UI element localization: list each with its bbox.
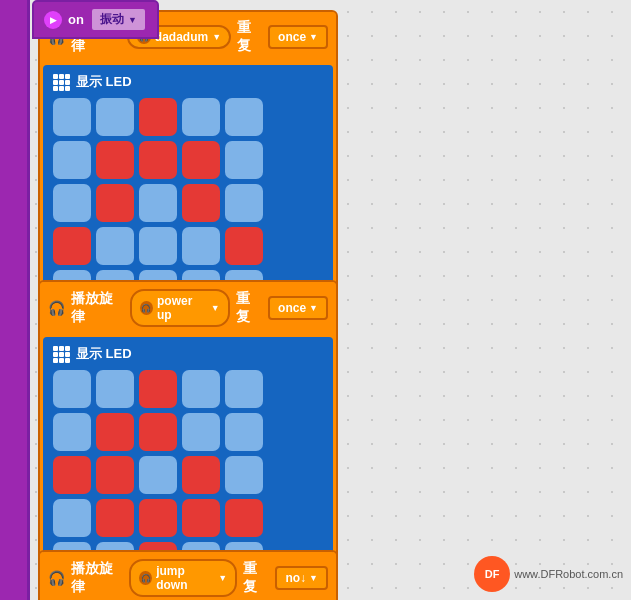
workspace: ▶ on 振动 ▼ 🎧 播放旋律 🎧 dadadum ▼ 重复 once: [0, 0, 631, 600]
led-cell[interactable]: [139, 456, 177, 494]
vibration-label: 振动: [100, 11, 124, 28]
play-row-3: 🎧 播放旋律 🎧 jump down ▼ 重复 no↓ ▼: [40, 552, 336, 600]
repeat-label-2: 重复: [236, 290, 262, 326]
melody-name-3: jump down: [156, 564, 214, 592]
melody-dropdown-2[interactable]: 🎧 power up ▼: [130, 289, 230, 327]
on-label: on: [68, 12, 84, 27]
led-cell[interactable]: [139, 184, 177, 222]
grid-icon-1: [53, 74, 70, 91]
led-cell[interactable]: [225, 456, 263, 494]
led-cell[interactable]: [96, 456, 134, 494]
block-group-2: 🎧 播放旋律 🎧 power up ▼ 重复 once ▼: [38, 280, 338, 593]
led-cell[interactable]: [53, 98, 91, 136]
led-cell[interactable]: [225, 370, 263, 408]
play-melody-block-3: 🎧 播放旋律 🎧 jump down ▼ 重复 no↓ ▼: [38, 550, 338, 600]
led-cell[interactable]: [139, 141, 177, 179]
play-melody-block-2: 🎧 播放旋律 🎧 power up ▼ 重复 once ▼: [38, 280, 338, 593]
melody-arrow-icon-1: ▼: [212, 32, 221, 42]
block-group-3: 🎧 播放旋律 🎧 jump down ▼ 重复 no↓ ▼: [38, 550, 338, 600]
led-cell[interactable]: [139, 227, 177, 265]
left-sidebar: [0, 0, 30, 600]
led-cell[interactable]: [96, 370, 134, 408]
once-text-3: no↓: [285, 571, 306, 585]
led-cell[interactable]: [182, 499, 220, 537]
play-label-2: 播放旋律: [71, 290, 124, 326]
headphone-icon-2: 🎧: [48, 300, 65, 316]
headphone-icon-3: 🎧: [48, 570, 65, 586]
led-cell[interactable]: [225, 141, 263, 179]
vibration-arrow-icon: ▼: [128, 15, 137, 25]
led-cell[interactable]: [139, 370, 177, 408]
led-header-2: 显示 LED: [53, 345, 323, 363]
melody-icon-2: 🎧: [140, 301, 153, 315]
led-section-1: 显示 LED: [43, 65, 333, 316]
play-label-3: 播放旋律: [71, 560, 123, 596]
led-cell[interactable]: [182, 227, 220, 265]
once-arrow-icon-1: ▼: [309, 32, 318, 42]
melody-arrow-icon-2: ▼: [211, 303, 220, 313]
repeat-label-3: 重复: [243, 560, 269, 596]
once-dropdown-3[interactable]: no↓ ▼: [275, 566, 328, 590]
melody-icon-3: 🎧: [139, 571, 152, 585]
grid-icon-2: [53, 346, 70, 363]
led-grid-1: [53, 98, 323, 308]
led-cell[interactable]: [182, 456, 220, 494]
led-cell[interactable]: [53, 184, 91, 222]
led-cell[interactable]: [225, 184, 263, 222]
led-cell[interactable]: [96, 184, 134, 222]
melody-dropdown-3[interactable]: 🎧 jump down ▼: [129, 559, 237, 597]
once-dropdown-1[interactable]: once ▼: [268, 25, 328, 49]
led-cell[interactable]: [53, 370, 91, 408]
led-cell[interactable]: [182, 184, 220, 222]
block-group-1: 🎧 播放旋律 🎧 dadadum ▼ 重复 once ▼: [38, 10, 338, 321]
melody-name-2: power up: [157, 294, 207, 322]
melody-arrow-icon-3: ▼: [218, 573, 227, 583]
watermark: DF www.DFRobot.com.cn: [474, 556, 623, 592]
play-row-2: 🎧 播放旋律 🎧 power up ▼ 重复 once ▼: [40, 282, 336, 334]
play-melody-block-1: 🎧 播放旋律 🎧 dadadum ▼ 重复 once ▼: [38, 10, 338, 321]
once-dropdown-2[interactable]: once ▼: [268, 296, 328, 320]
led-cell[interactable]: [139, 413, 177, 451]
led-label-1: 显示 LED: [76, 73, 132, 91]
led-grid-2: [53, 370, 323, 580]
watermark-logo: DF: [474, 556, 510, 592]
led-cell[interactable]: [182, 141, 220, 179]
led-cell[interactable]: [182, 98, 220, 136]
led-cell[interactable]: [96, 499, 134, 537]
once-arrow-icon-3: ▼: [309, 573, 318, 583]
repeat-label-1: 重复: [237, 19, 262, 55]
led-cell[interactable]: [225, 499, 263, 537]
watermark-url: www.DFRobot.com.cn: [514, 568, 623, 580]
led-cell[interactable]: [225, 98, 263, 136]
led-cell[interactable]: [225, 227, 263, 265]
led-cell[interactable]: [53, 141, 91, 179]
led-cell[interactable]: [182, 370, 220, 408]
led-label-2: 显示 LED: [76, 345, 132, 363]
once-text-1: once: [278, 30, 306, 44]
melody-name-1: dadadum: [155, 30, 208, 44]
vibration-dropdown[interactable]: 振动 ▼: [90, 7, 147, 32]
led-cell[interactable]: [53, 227, 91, 265]
led-cell[interactable]: [53, 413, 91, 451]
led-header-1: 显示 LED: [53, 73, 323, 91]
led-cell[interactable]: [225, 413, 263, 451]
once-arrow-icon-2: ▼: [309, 303, 318, 313]
led-cell[interactable]: [53, 456, 91, 494]
led-cell[interactable]: [96, 227, 134, 265]
led-cell[interactable]: [182, 413, 220, 451]
led-cell[interactable]: [53, 499, 91, 537]
on-icon: ▶: [44, 11, 62, 29]
led-cell[interactable]: [96, 141, 134, 179]
led-cell[interactable]: [139, 499, 177, 537]
once-text-2: once: [278, 301, 306, 315]
led-cell[interactable]: [96, 98, 134, 136]
led-cell[interactable]: [139, 98, 177, 136]
trigger-block: ▶ on 振动 ▼: [32, 0, 159, 39]
led-cell[interactable]: [96, 413, 134, 451]
